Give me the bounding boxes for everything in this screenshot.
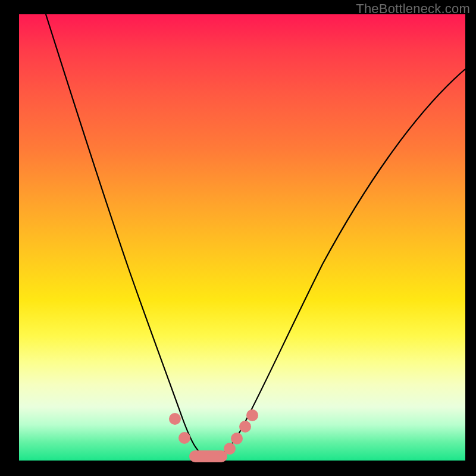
right-dot-3 [239,421,251,433]
right-dot-4 [246,409,258,421]
right-dot-2 [231,433,243,444]
chart-frame: TheBottleneck.com [0,0,476,476]
right-dot-1 [224,443,236,455]
plot-area [19,14,465,461]
bottleneck-curve [19,14,465,461]
left-lower-dot [178,432,190,444]
watermark-text: TheBottleneck.com [356,1,470,17]
curve-path [46,14,465,458]
left-upper-dot [169,413,181,425]
